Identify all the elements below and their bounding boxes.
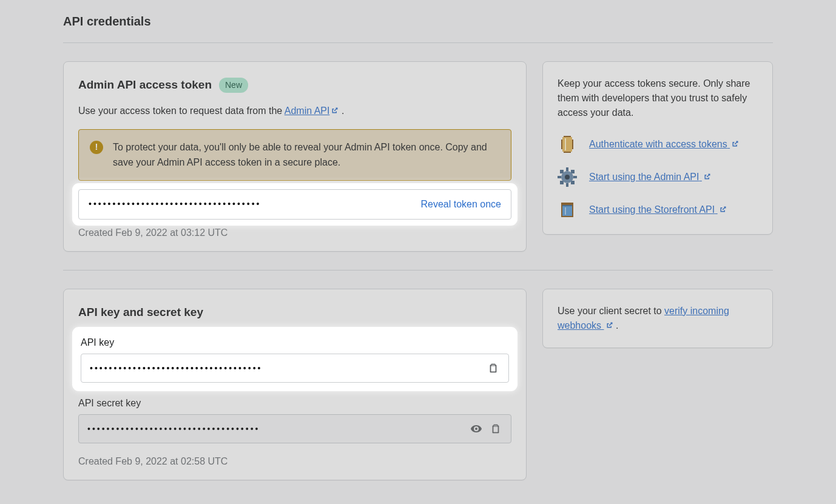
access-token-card: Admin API access token New Use your acce… — [63, 61, 527, 252]
svg-rect-11 — [573, 176, 577, 178]
divider — [63, 42, 773, 43]
external-link-icon — [720, 206, 727, 213]
svg-rect-21 — [561, 205, 562, 217]
svg-rect-7 — [564, 152, 571, 153]
access-token-section: Admin API access token New Use your acce… — [63, 61, 773, 252]
admin-api-start-link[interactable]: Start using the Admin API — [589, 170, 711, 184]
access-token-description: Use your access token to request data fr… — [78, 104, 511, 118]
external-link-icon — [331, 107, 339, 114]
svg-rect-3 — [565, 138, 566, 150]
svg-rect-8 — [566, 167, 568, 171]
api-secret-masked-value: •••••••••••••••••••••••••••••••••••• — [87, 423, 464, 435]
desc-prefix: Use your access token to request data fr… — [78, 106, 285, 116]
svg-rect-4 — [561, 139, 562, 149]
side-link-row-2: Start using the Admin API — [558, 167, 758, 187]
admin-api-link-text: Admin API — [285, 106, 330, 116]
side-description: Keep your access tokens secure. Only sha… — [558, 76, 758, 120]
gear-icon — [558, 167, 577, 187]
bucket-icon — [558, 200, 577, 220]
storefront-api-link[interactable]: Start using the Storefront API — [589, 203, 727, 217]
token-masked-value: •••••••••••••••••••••••••••••••••••• — [89, 198, 261, 210]
side-link-row-1: Authenticate with access tokens — [558, 135, 758, 154]
api-key-card: API key and secret key API key •••••••••… — [63, 289, 527, 481]
page-title: API credentials — [63, 12, 773, 42]
warning-icon: ! — [90, 141, 103, 154]
svg-point-17 — [565, 175, 570, 180]
access-token-heading: Admin API access token — [78, 76, 212, 94]
copy-button[interactable] — [487, 361, 500, 375]
webhook-prefix: Use your client secret to — [558, 306, 664, 316]
clipboard-icon — [490, 423, 501, 434]
svg-rect-22 — [572, 205, 573, 217]
access-token-side-card: Keep your access tokens secure. Only sha… — [542, 61, 773, 235]
api-key-field-block: API key ••••••••••••••••••••••••••••••••… — [78, 332, 511, 386]
api-key-label: API key — [81, 335, 509, 350]
token-field: •••••••••••••••••••••••••••••••••••• Rev… — [78, 189, 511, 220]
svg-rect-6 — [564, 136, 571, 137]
svg-rect-5 — [572, 139, 573, 149]
admin-api-link[interactable]: Admin API — [285, 106, 339, 116]
svg-rect-9 — [566, 183, 568, 187]
desc-suffix: . — [339, 106, 344, 116]
external-link-icon — [606, 321, 613, 329]
token-created-text: Created Feb 9, 2022 at 03:12 UTC — [78, 226, 511, 240]
new-badge: New — [219, 78, 248, 93]
external-link-icon — [704, 173, 711, 180]
api-key-created-text: Created Feb 9, 2022 at 02:58 UTC — [78, 454, 511, 469]
api-key-input[interactable]: •••••••••••••••••••••••••••••••••••• — [81, 354, 509, 383]
svg-rect-20 — [562, 205, 572, 206]
svg-rect-2 — [561, 139, 573, 149]
webhook-description: Use your client secret to verify incomin… — [558, 304, 758, 333]
side-link-row-3: Start using the Storefront API — [558, 200, 758, 220]
warning-text: To protect your data, you'll only be abl… — [113, 139, 500, 170]
webhook-suffix: . — [613, 320, 619, 331]
api-key-section: API key and secret key API key •••••••••… — [63, 289, 773, 481]
api-key-side-card: Use your client secret to verify incomin… — [542, 289, 773, 348]
svg-rect-19 — [562, 205, 572, 217]
eye-icon — [470, 423, 482, 435]
warning-alert: ! To protect your data, you'll only be a… — [78, 129, 511, 181]
coin-icon — [558, 135, 577, 154]
admin-api-start-link-text: Start using the Admin API — [589, 172, 699, 182]
divider — [63, 270, 773, 270]
svg-rect-23 — [562, 216, 572, 217]
reveal-token-button[interactable]: Reveal token once — [420, 197, 501, 212]
storefront-api-link-text: Start using the Storefront API — [589, 204, 715, 215]
clipboard-icon — [488, 363, 499, 374]
svg-rect-24 — [565, 207, 566, 215]
api-secret-label: API secret key — [78, 396, 511, 411]
auth-tokens-link[interactable]: Authenticate with access tokens — [589, 137, 739, 152]
svg-rect-10 — [558, 176, 561, 178]
api-secret-field-block: API secret key •••••••••••••••••••••••••… — [78, 396, 511, 443]
auth-tokens-link-text: Authenticate with access tokens — [589, 139, 727, 149]
api-key-masked-value: •••••••••••••••••••••••••••••••••••• — [90, 362, 480, 375]
api-key-heading: API key and secret key — [78, 304, 511, 321]
api-secret-input[interactable]: •••••••••••••••••••••••••••••••••••• — [78, 414, 511, 443]
token-highlight: •••••••••••••••••••••••••••••••••••• Rev… — [77, 188, 513, 221]
copy-button[interactable] — [489, 422, 502, 435]
reveal-button[interactable] — [470, 422, 483, 435]
external-link-icon — [732, 140, 739, 147]
svg-rect-18 — [561, 203, 573, 205]
